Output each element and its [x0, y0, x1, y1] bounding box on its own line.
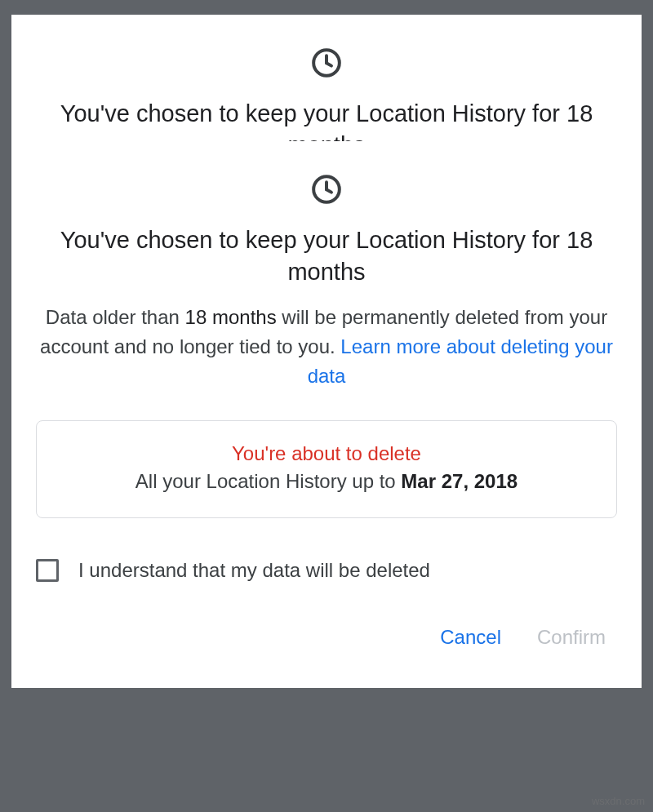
- consent-label: I understand that my data will be delete…: [78, 559, 430, 582]
- consent-row: I understand that my data will be delete…: [11, 518, 642, 582]
- dialog-headline: You've chosen to keep your Location Hist…: [11, 224, 642, 288]
- warning-title: You're about to delete: [53, 442, 600, 465]
- cancel-button[interactable]: Cancel: [440, 626, 501, 649]
- consent-checkbox[interactable]: [36, 559, 59, 582]
- confirm-button[interactable]: Confirm: [537, 626, 606, 649]
- delete-warning-card: You're about to delete All your Location…: [36, 420, 617, 518]
- confirmation-dialog: You've chosen to keep your Location Hist…: [11, 15, 642, 688]
- warning-body: All your Location History up to Mar 27, …: [53, 470, 600, 493]
- header-block: You've chosen to keep your Location Hist…: [11, 141, 642, 391]
- warning-date: Mar 27, 2018: [401, 470, 518, 492]
- body-pre: Data older than: [46, 306, 185, 328]
- learn-more-link[interactable]: Learn more about deleting your data: [308, 335, 613, 387]
- clock-icon: [311, 174, 342, 208]
- clock-icon: [311, 47, 342, 82]
- dialog-actions: Cancel Confirm: [11, 582, 642, 688]
- dialog-body: Data older than 18 months will be perman…: [11, 303, 642, 391]
- watermark: wsxdn.com: [592, 795, 645, 807]
- warning-pre: All your Location History up to: [135, 470, 402, 492]
- body-bold: 18 months: [185, 306, 277, 328]
